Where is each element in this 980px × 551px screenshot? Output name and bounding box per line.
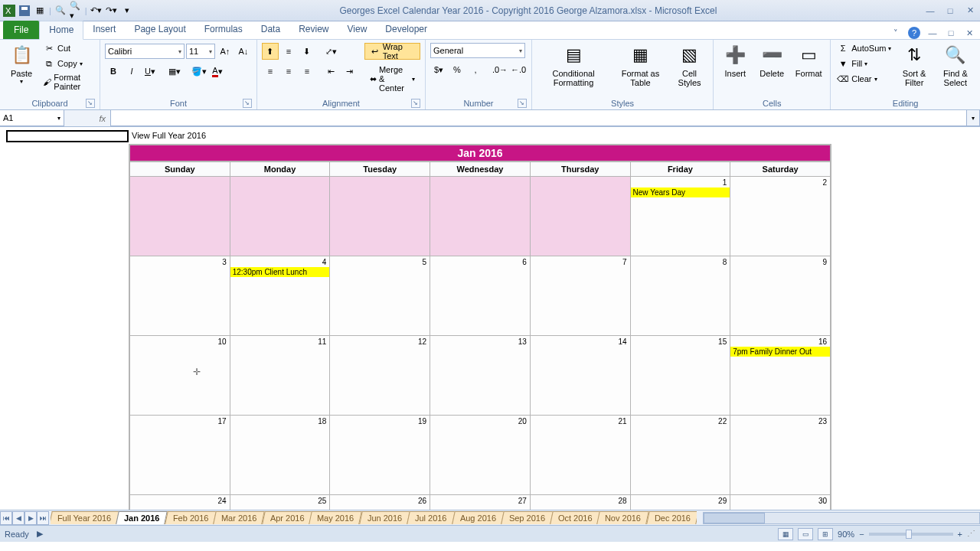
doc-close-icon[interactable]: ✕ bbox=[963, 27, 975, 39]
zoom-thumb[interactable] bbox=[906, 530, 912, 539]
number-format-combo[interactable]: General▾ bbox=[430, 43, 525, 58]
calendar-cell[interactable]: 23 bbox=[730, 416, 831, 495]
sheet-tab-sep-2016[interactable]: Sep 2016 bbox=[501, 511, 554, 524]
find-dd-icon[interactable]: 🔍▾ bbox=[70, 5, 82, 17]
calendar-cell[interactable]: 9 bbox=[730, 256, 831, 336]
dec-decimal-button[interactable]: ←.0 bbox=[510, 61, 527, 78]
pagebreak-view-button[interactable]: ⊞ bbox=[818, 528, 833, 540]
sheet-tab-jan-2016[interactable]: Jan 2016 bbox=[116, 511, 168, 524]
calendar-cell[interactable]: 11 bbox=[230, 336, 330, 416]
minimize-button[interactable]: — bbox=[923, 5, 937, 17]
calendar-cell[interactable]: 18 bbox=[230, 416, 330, 495]
calendar-cell[interactable]: 5 bbox=[330, 256, 430, 336]
calendar-cell[interactable]: 17 bbox=[130, 416, 230, 495]
conditional-formatting-button[interactable]: ▤Conditional Formatting bbox=[537, 41, 610, 89]
calendar-cell[interactable]: 29 bbox=[630, 495, 730, 510]
calendar-cell[interactable]: 25 bbox=[230, 495, 330, 510]
indent-inc-button[interactable]: ⇥ bbox=[341, 63, 358, 80]
calendar-cell[interactable]: 21 bbox=[530, 416, 630, 495]
tab-next-button[interactable]: ▶ bbox=[24, 511, 37, 525]
close-button[interactable]: ✕ bbox=[963, 5, 977, 17]
grow-font-button[interactable]: A↑ bbox=[217, 43, 234, 60]
align-middle-button[interactable]: ≡ bbox=[280, 43, 297, 60]
calendar-event[interactable]: 12:30pm Client Lunch bbox=[230, 267, 330, 277]
sheet-tab-dec-2016[interactable]: Dec 2016 bbox=[646, 511, 697, 524]
sheet-tab-mar-2016[interactable]: Mar 2016 bbox=[214, 511, 266, 524]
align-center-button[interactable]: ≡ bbox=[280, 63, 297, 80]
format-cells-button[interactable]: ▭Format bbox=[792, 41, 825, 80]
fill-color-button[interactable]: 🪣▾ bbox=[191, 63, 207, 80]
calendar-cell[interactable] bbox=[530, 177, 630, 256]
align-bottom-button[interactable]: ⬇ bbox=[299, 43, 315, 60]
tab-prev-button[interactable]: ◀ bbox=[12, 511, 24, 525]
number-launcher[interactable]: ↘ bbox=[518, 99, 527, 108]
copy-button[interactable]: ⧉Copy▾ bbox=[41, 57, 95, 70]
calendar-cell[interactable] bbox=[330, 177, 430, 256]
zoom-in-button[interactable]: + bbox=[958, 530, 962, 539]
calendar-cell[interactable]: 6 bbox=[430, 256, 531, 336]
calendar-cell[interactable]: 24 bbox=[130, 495, 230, 510]
sheet-tab-oct-2016[interactable]: Oct 2016 bbox=[550, 511, 600, 524]
ribbon-min-icon[interactable]: ˅ bbox=[890, 27, 902, 39]
undo-icon[interactable]: ↶▾ bbox=[90, 5, 103, 17]
sheet-tab-jun-2016[interactable]: Jun 2016 bbox=[359, 511, 410, 524]
ribbon-tab-view[interactable]: View bbox=[338, 21, 377, 39]
view-full-year-link[interactable]: View Full Year 2016 bbox=[132, 131, 206, 140]
font-size-combo[interactable]: 11▾ bbox=[186, 44, 215, 59]
underline-button[interactable]: U▾ bbox=[142, 63, 158, 80]
ribbon-tab-home[interactable]: Home bbox=[39, 21, 83, 40]
maximize-button[interactable]: □ bbox=[943, 5, 957, 17]
shrink-font-button[interactable]: A↓ bbox=[235, 43, 252, 60]
worksheet-area[interactable]: View Full Year 2016 Jan 2016 SundayMonda… bbox=[0, 127, 980, 510]
insert-cells-button[interactable]: ➕Insert bbox=[718, 41, 752, 80]
align-right-button[interactable]: ≡ bbox=[299, 63, 315, 80]
border-button[interactable]: ▦▾ bbox=[166, 63, 183, 80]
tab-first-button[interactable]: ⏮ bbox=[0, 511, 12, 525]
alignment-launcher[interactable]: ↘ bbox=[411, 99, 420, 108]
inc-decimal-button[interactable]: .0→ bbox=[492, 61, 508, 78]
formula-input[interactable] bbox=[110, 110, 966, 126]
sheet-tab-jul-2016[interactable]: Jul 2016 bbox=[407, 511, 455, 524]
sheet-tab-full-year-2016[interactable]: Full Year 2016 bbox=[51, 511, 119, 524]
pagelayout-view-button[interactable]: ▭ bbox=[798, 528, 813, 540]
calendar-cell[interactable]: 27 bbox=[430, 495, 531, 510]
find-select-button[interactable]: 🔍Find & Select bbox=[936, 41, 975, 89]
font-name-combo[interactable]: Calibri▾ bbox=[105, 44, 185, 59]
format-painter-button[interactable]: 🖌Format Painter bbox=[41, 72, 95, 92]
name-box[interactable]: A1▾ bbox=[0, 110, 64, 126]
calendar-event[interactable]: 7pm Family Dinner Out bbox=[730, 347, 830, 357]
clipboard-launcher[interactable]: ↘ bbox=[86, 99, 95, 108]
calendar-cell[interactable]: 14 bbox=[530, 336, 630, 416]
horizontal-scrollbar[interactable] bbox=[703, 512, 980, 524]
sheet-tab-aug-2016[interactable]: Aug 2016 bbox=[452, 511, 505, 524]
calendar-cell[interactable] bbox=[430, 177, 531, 256]
calendar-cell[interactable]: 20 bbox=[430, 416, 531, 495]
calendar-cell[interactable]: 412:30pm Client Lunch bbox=[230, 256, 330, 336]
sheet-tab-feb-2016[interactable]: Feb 2016 bbox=[165, 511, 217, 524]
font-launcher[interactable]: ↘ bbox=[243, 99, 252, 108]
calendar-cell[interactable]: 22 bbox=[630, 416, 730, 495]
tab-last-button[interactable]: ⏭ bbox=[37, 511, 49, 525]
cell-styles-button[interactable]: ▧Cell Styles bbox=[671, 41, 708, 89]
ribbon-tab-page-layout[interactable]: Page Layout bbox=[125, 21, 194, 39]
sheet-tab-nov-2016[interactable]: Nov 2016 bbox=[597, 511, 650, 524]
calendar-cell[interactable]: 15 bbox=[630, 336, 730, 416]
calendar-cell[interactable]: 2 bbox=[730, 177, 831, 256]
doc-min-icon[interactable]: — bbox=[926, 27, 939, 39]
zoom-value[interactable]: 90% bbox=[838, 530, 854, 539]
delete-cells-button[interactable]: ➖Delete bbox=[755, 41, 789, 80]
orientation-button[interactable]: ⤢▾ bbox=[323, 43, 340, 60]
calendar-event[interactable]: New Years Day bbox=[631, 187, 730, 197]
calendar-cell[interactable] bbox=[130, 177, 230, 256]
zoom-out-button[interactable]: − bbox=[859, 530, 864, 539]
percent-button[interactable]: % bbox=[449, 61, 466, 78]
merge-center-button[interactable]: ⬌Merge & Center▾ bbox=[364, 63, 420, 95]
qat-customize-icon[interactable]: ▾ bbox=[121, 5, 133, 17]
clear-button[interactable]: ⌫Clear▾ bbox=[835, 72, 893, 86]
format-as-table-button[interactable]: ▦Format as Table bbox=[613, 41, 668, 89]
fx-button[interactable]: fx bbox=[64, 110, 110, 126]
zoom-slider[interactable] bbox=[869, 533, 953, 536]
paste-button[interactable]: 📋 Paste▾ bbox=[5, 41, 38, 86]
calendar-cell[interactable]: 30 bbox=[730, 495, 831, 510]
wrap-text-button[interactable]: ↩Wrap Text bbox=[364, 43, 420, 60]
